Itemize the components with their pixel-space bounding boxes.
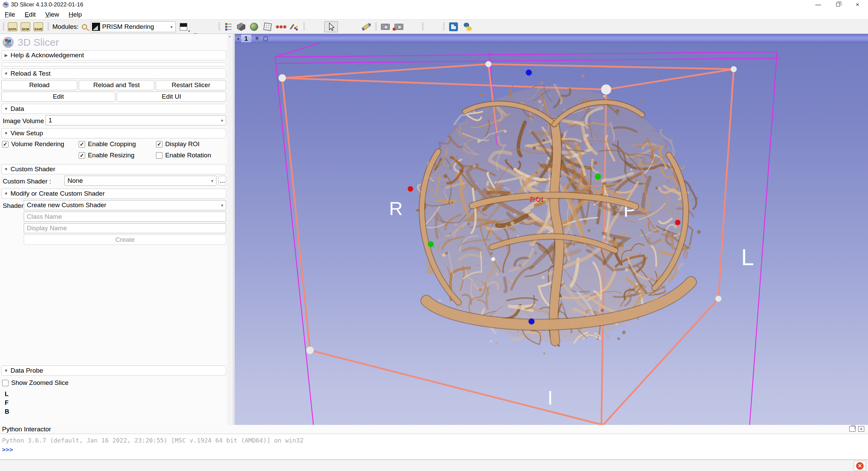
module-selector-combo[interactable]: PRISM Rendering ▾ bbox=[90, 21, 176, 32]
module-header: 3D Slicer bbox=[3, 36, 59, 49]
view-pin-icon[interactable]: ◂ bbox=[237, 36, 239, 41]
close-panel-icon[interactable]: × bbox=[858, 426, 864, 432]
mouse-interaction-button[interactable] bbox=[324, 21, 338, 32]
python-icon bbox=[463, 22, 472, 31]
vascular-volume-rendering[interactable]: P bbox=[408, 74, 701, 354]
expanded-arrow-icon: ▼ bbox=[2, 106, 11, 111]
markups-icon: ✱✱✱ bbox=[276, 25, 287, 29]
orientation-letter-l: L bbox=[741, 244, 754, 270]
load-data-icon: DATA bbox=[8, 22, 17, 31]
edit-button[interactable]: Edit bbox=[1, 92, 115, 102]
menu-file[interactable]: File bbox=[0, 9, 20, 20]
extensions-manager-button[interactable] bbox=[447, 21, 460, 32]
checkbox-mark: ✓ bbox=[79, 152, 85, 159]
checkbox-display-roi[interactable]: ✓ Display ROI bbox=[156, 140, 199, 148]
expanded-arrow-icon: ▼ bbox=[2, 167, 11, 172]
combo-arrow-icon: ▾ bbox=[211, 178, 213, 183]
segment-editor-button[interactable] bbox=[288, 21, 300, 32]
save-button[interactable]: SAVE bbox=[33, 21, 44, 32]
slicer-window: 3D Slicer 4.13.0-2022-01-16 — × File Edi… bbox=[0, 0, 868, 471]
section-data-probe[interactable]: ▼ Data Probe bbox=[1, 366, 226, 376]
scene-camera-icon bbox=[394, 24, 403, 30]
checkbox-volume-rendering[interactable]: ✓ Volume Rendering bbox=[2, 140, 64, 148]
close-button[interactable]: × bbox=[848, 0, 867, 9]
ruler-icon bbox=[362, 23, 371, 31]
volume-rendering-button[interactable] bbox=[248, 21, 260, 32]
image-volume-combo[interactable]: 1 ▾ bbox=[45, 115, 226, 125]
class-name-input[interactable] bbox=[24, 212, 226, 222]
display-name-input[interactable] bbox=[24, 223, 226, 233]
section-reload-test[interactable]: ▼ Reload & Test bbox=[1, 68, 226, 79]
expanded-arrow-icon: ▼ bbox=[2, 191, 11, 196]
checkbox-enable-cropping[interactable]: ✓ Enable Cropping bbox=[79, 140, 136, 148]
python-interactor-header: Python Interactor × bbox=[0, 425, 868, 434]
toolbar-grip[interactable] bbox=[443, 23, 445, 31]
load-data-button[interactable]: DATA bbox=[7, 21, 18, 32]
custom-shader-combo[interactable]: None ▾ bbox=[64, 176, 216, 186]
markups-button[interactable]: ✱✱✱ bbox=[275, 21, 287, 32]
reload-button[interactable]: Reload bbox=[1, 80, 77, 90]
python-banner: Python 3.6.7 (default, Jan 16 2022, 23:2… bbox=[2, 437, 866, 444]
menu-view[interactable]: View bbox=[40, 9, 64, 20]
orientation-letter-r: R bbox=[389, 197, 403, 219]
checkbox-mark: ✓ bbox=[79, 141, 85, 148]
threed-viewport[interactable]: P R bbox=[235, 43, 868, 425]
toolbar-grip[interactable] bbox=[303, 23, 305, 31]
float-panel-icon[interactable] bbox=[849, 426, 855, 432]
toolbar-grip[interactable] bbox=[47, 23, 49, 31]
section-help-acknowledgement[interactable]: ▶ Help & Acknowledgement bbox=[1, 50, 226, 60]
python-prompt: >>> bbox=[2, 446, 866, 453]
screenshot-button[interactable] bbox=[379, 21, 391, 32]
panel-scrollbar[interactable]: ▲ bbox=[227, 34, 233, 425]
menu-edit[interactable]: Edit bbox=[20, 9, 41, 20]
title-bar: 3D Slicer 4.13.0-2022-01-16 — × bbox=[0, 0, 868, 9]
toolbar-grip[interactable] bbox=[218, 23, 220, 31]
python-console-button[interactable] bbox=[461, 21, 474, 32]
module-search-button[interactable] bbox=[80, 21, 89, 32]
section-data[interactable]: ▼ Data bbox=[1, 104, 226, 114]
view-maximize-icon[interactable]: ▢ bbox=[263, 35, 268, 42]
toolbar-grip[interactable] bbox=[375, 23, 377, 31]
ruler-button[interactable] bbox=[360, 21, 373, 32]
menu-help[interactable]: Help bbox=[64, 9, 86, 20]
load-dicom-button[interactable]: DCM bbox=[20, 21, 31, 32]
paint-brush-icon bbox=[290, 23, 298, 31]
section-custom-shader[interactable]: ▼ Custom Shader bbox=[1, 164, 226, 174]
main-toolbar: DATA DCM SAVE Modules: PRISM Rendering ▾… bbox=[0, 20, 868, 34]
error-log-button[interactable]: ✕ bbox=[854, 461, 866, 471]
scene-view-button[interactable] bbox=[393, 21, 405, 32]
python-console[interactable]: Python 3.6.7 (default, Jan 16 2022, 23:2… bbox=[0, 434, 868, 459]
minimize-button[interactable]: — bbox=[808, 0, 828, 9]
toolbar-grip[interactable] bbox=[422, 23, 424, 31]
create-shader-button[interactable]: Create bbox=[24, 235, 226, 245]
maximize-button[interactable] bbox=[828, 0, 848, 9]
axis-handle-blue bbox=[526, 70, 532, 76]
orientation-letter-i: I bbox=[547, 386, 553, 409]
edit-ui-button[interactable]: Edit UI bbox=[117, 92, 226, 102]
python-interactor-title: Python Interactor bbox=[2, 426, 51, 433]
checkbox-enable-resizing[interactable]: ✓ Enable Resizing bbox=[79, 152, 134, 159]
view-options-icon[interactable]: ✳ bbox=[255, 35, 259, 42]
view-label: 1 bbox=[241, 35, 251, 42]
section-modify-create-shader[interactable]: ▼ Modify or Create Custom Shader bbox=[1, 189, 226, 199]
restore-icon bbox=[836, 3, 840, 6]
module-panel-title: 3D Slicer bbox=[18, 37, 59, 48]
reload-and-test-button[interactable]: Reload and Test bbox=[79, 80, 154, 90]
module-history-button[interactable]: ▾ bbox=[178, 21, 189, 32]
subject-hierarchy-button[interactable] bbox=[223, 21, 234, 32]
module-panel: 3D Slicer ▶ Help & Acknowledgement ▼ Rel… bbox=[0, 34, 233, 425]
toolbar-grip[interactable] bbox=[3, 23, 4, 31]
custom-shader-more-button[interactable]: ... bbox=[218, 176, 226, 186]
checkbox-show-zoomed-slice[interactable]: Show Zoomed Slice bbox=[2, 379, 69, 387]
threed-view-header[interactable]: ◂ 1 ✳ ▢ bbox=[235, 34, 868, 43]
volume-module-button[interactable] bbox=[235, 21, 247, 32]
checkbox-mark bbox=[2, 380, 8, 386]
checkbox-enable-rotation[interactable]: Enable Rotation bbox=[156, 152, 211, 159]
combo-arrow-icon: ▾ bbox=[221, 203, 223, 208]
shader-combo[interactable]: Create new Custom Shader ▾ bbox=[24, 200, 226, 210]
section-view-setup[interactable]: ▼ View Setup bbox=[1, 128, 226, 138]
transforms-button[interactable] bbox=[262, 21, 273, 32]
expanded-arrow-icon: ▼ bbox=[2, 368, 11, 373]
restart-slicer-button[interactable]: Restart Slicer bbox=[156, 80, 226, 90]
volume-render-scene[interactable]: P bbox=[235, 43, 868, 425]
